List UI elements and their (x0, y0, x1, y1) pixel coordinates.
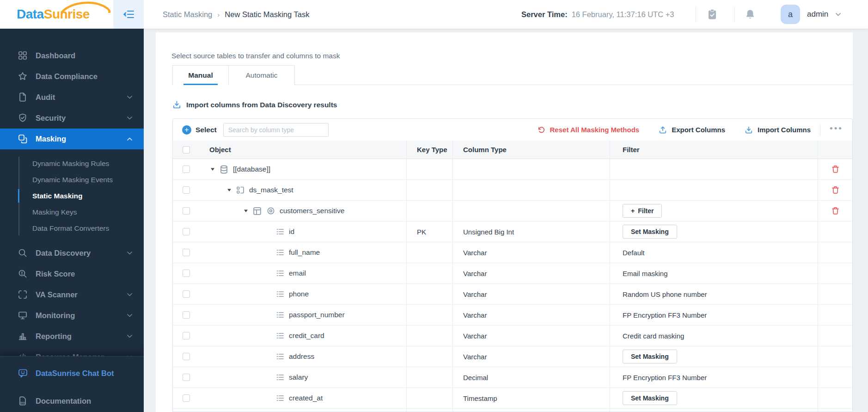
object-cell: address (173, 346, 406, 367)
tab-manual[interactable]: Manual (172, 65, 228, 85)
set-masking-button[interactable]: Set Masking (623, 391, 677, 405)
row-checkbox[interactable] (183, 394, 190, 402)
upload-icon (659, 126, 667, 134)
search-input[interactable] (223, 123, 329, 137)
sidebar-item-static-masking[interactable]: Static Masking (0, 188, 144, 204)
masking-method-value: Credit card masking (623, 332, 684, 340)
list-icon (275, 269, 285, 278)
row-checkbox[interactable] (183, 311, 190, 319)
sidebar-item-dashboard[interactable]: Dashboard (0, 45, 144, 66)
chart-icon (18, 331, 28, 342)
bell-icon (745, 9, 755, 20)
tab-automatic[interactable]: Automatic (228, 65, 295, 85)
sidebar-collapse-button[interactable] (113, 0, 144, 29)
sidebar-nav: DashboardData ComplianceAuditSecurityMas… (0, 29, 144, 412)
sidebar-item-audit[interactable]: Audit (0, 87, 144, 108)
server-time-label: Server Time: (521, 10, 568, 19)
reset-all-masking-button[interactable]: Reset All Masking Methods (537, 126, 640, 134)
plus-icon[interactable]: + (182, 125, 191, 135)
row-checkbox[interactable] (183, 332, 190, 339)
import-from-discovery-link[interactable]: Import columns from Data Discovery resul… (172, 100, 337, 109)
sidebar-item-reporting[interactable]: Reporting (0, 326, 144, 347)
row-checkbox[interactable] (183, 353, 190, 360)
plus-icon: + (631, 207, 635, 215)
sidebar-item-label: Security (36, 114, 66, 123)
sidebar-item-risk-score[interactable]: Risk Score (0, 264, 144, 284)
object-cell: full_name (173, 242, 406, 263)
list-icon (275, 352, 285, 361)
more-actions-button[interactable]: ••• (830, 129, 843, 131)
actions-cell (818, 284, 852, 304)
object-cell: phone (173, 284, 406, 304)
sidebar-item-masking[interactable]: Masking (0, 129, 144, 149)
set-masking-button[interactable]: Set Masking (623, 225, 677, 239)
row-checkbox[interactable] (183, 374, 190, 381)
chevron-down-icon (127, 251, 133, 255)
sidebar-item-va-scanner[interactable]: VA Scanner (0, 284, 144, 305)
sidebar-item-masking-keys[interactable]: Masking Keys (0, 204, 144, 220)
column-type-value: Varchar (463, 290, 487, 298)
sidebar-item-dynamic-masking-events[interactable]: Dynamic Masking Events (0, 172, 144, 188)
logo-text-data: Data (17, 7, 44, 22)
actions-cell (818, 263, 852, 283)
key-type-cell (406, 326, 452, 346)
row-checkbox[interactable] (183, 249, 190, 256)
object-cell: salary (173, 367, 406, 387)
sidebar-item-data-compliance[interactable]: Data Compliance (0, 66, 144, 87)
masking-method-value: FP Encryption FF3 Number (623, 374, 707, 381)
object-name: credit_card (289, 332, 324, 340)
row-checkbox[interactable] (183, 228, 190, 235)
key-type-cell (406, 346, 452, 367)
chat-icon (18, 368, 28, 379)
column-type-value: Decimal (463, 374, 488, 381)
user-menu[interactable]: a admin (781, 0, 841, 29)
reset-icon (537, 126, 545, 134)
column-type-cell (452, 201, 610, 221)
object-name: email (289, 269, 306, 277)
sidebar-item-label: Reporting (36, 332, 72, 341)
row-checkbox[interactable] (183, 186, 190, 194)
document-icon (18, 92, 28, 103)
row-checkbox[interactable] (183, 290, 190, 298)
object-cell: ds_mask_test (173, 180, 406, 200)
row-checkbox[interactable] (183, 207, 190, 215)
caret-down-icon[interactable] (244, 209, 248, 213)
header-actions-cell (818, 141, 852, 159)
sidebar-submenu: Dynamic Masking RulesDynamic Masking Eve… (0, 149, 144, 243)
sidebar-item-data-discovery[interactable]: Data Discovery (0, 243, 144, 264)
select-button[interactable]: Select (196, 126, 217, 134)
sidebar-item-documentation[interactable]: DOCDocumentation (0, 391, 144, 412)
caret-down-icon[interactable] (227, 188, 232, 192)
actions-cell (818, 305, 852, 325)
column-type-value: Varchar (463, 353, 487, 361)
notifications-button[interactable] (739, 0, 761, 29)
delete-row-button[interactable] (831, 165, 840, 174)
sidebar-item-label: Dashboard (36, 51, 75, 60)
export-columns-button[interactable]: Export Columns (659, 126, 725, 134)
header-object-cell: Object (173, 141, 406, 159)
caret-down-icon[interactable] (210, 167, 215, 171)
tasks-button[interactable] (701, 0, 723, 29)
add-filter-button[interactable]: +Filter (623, 204, 662, 218)
avatar-initial: a (788, 10, 793, 19)
column-type-value: Varchar (463, 270, 487, 277)
delete-row-button[interactable] (831, 185, 840, 195)
chevron-down-icon (835, 12, 841, 17)
column-type-cell (452, 180, 610, 200)
breadcrumb-parent-link[interactable]: Static Masking (163, 10, 212, 19)
row-checkbox[interactable] (183, 270, 190, 277)
filter-cell: +Filter (610, 201, 818, 221)
table-row: emailVarcharEmail masking (173, 263, 852, 284)
sidebar-item-data-format-converters[interactable]: Data Format Converters (0, 220, 144, 236)
import-columns-button[interactable]: Import Columns (745, 126, 811, 134)
select-all-checkbox[interactable] (183, 146, 190, 154)
column-type-cell: Varchar (452, 305, 610, 325)
eye-icon (266, 206, 275, 215)
sidebar-item-dynamic-masking-rules[interactable]: Dynamic Masking Rules (0, 155, 144, 172)
sidebar-item-chat-bot[interactable]: DataSunrise Chat Bot (0, 363, 144, 384)
delete-row-button[interactable] (831, 206, 840, 215)
sidebar-item-monitoring[interactable]: Monitoring (0, 305, 144, 326)
row-checkbox[interactable] (183, 166, 190, 173)
set-masking-button[interactable]: Set Masking (623, 350, 677, 363)
sidebar-item-security[interactable]: Security (0, 108, 144, 129)
